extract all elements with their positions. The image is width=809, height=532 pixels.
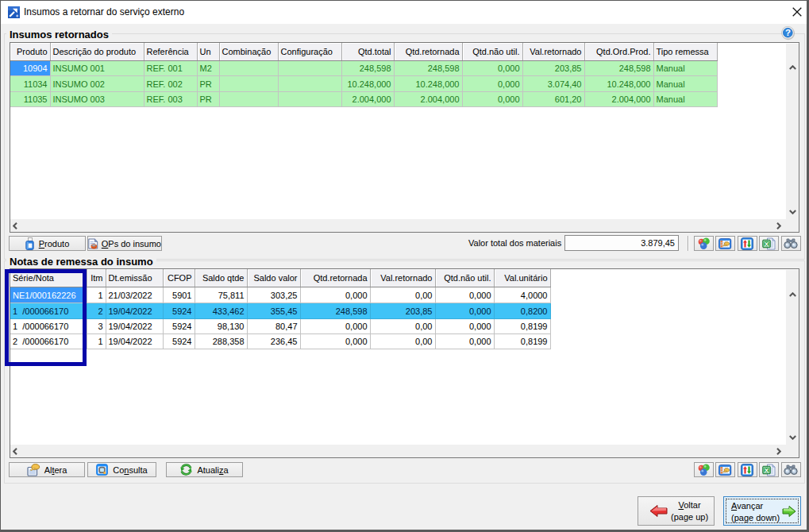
- svg-text:X: X: [765, 466, 769, 473]
- svg-text:X: X: [765, 240, 769, 247]
- svg-text:?: ?: [785, 28, 791, 37]
